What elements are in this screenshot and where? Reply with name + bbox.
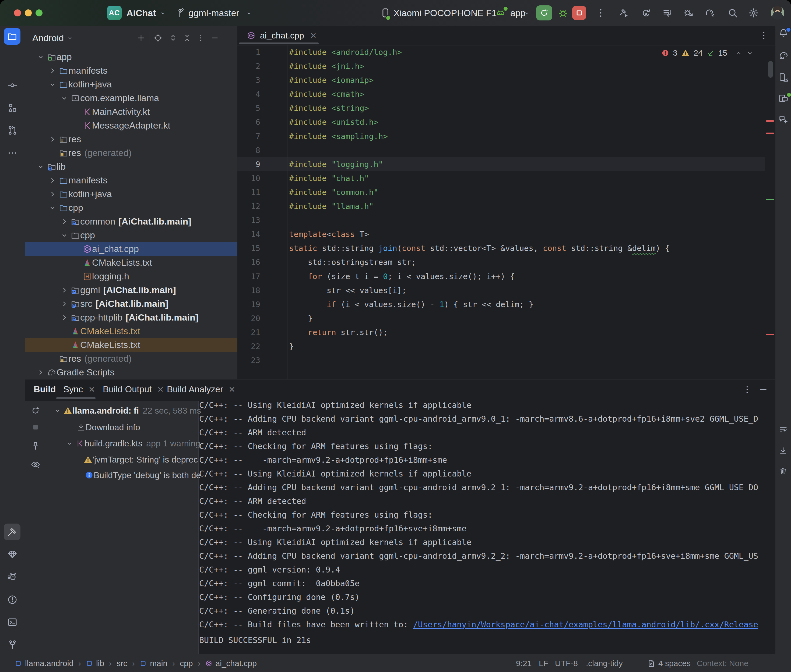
gradle-sync-button[interactable] xyxy=(704,8,716,18)
sidebar-item-pull-requests[interactable] xyxy=(7,125,18,136)
breadcrumb-item-ai-chat-cpp[interactable]: ai_chat.cpp xyxy=(205,659,257,668)
tree-item-cmakelists-txt[interactable]: CMakeLists.txt xyxy=(25,324,237,338)
project-options-button[interactable] xyxy=(196,34,205,43)
breadcrumb[interactable]: llama.android›lib›src›main›cpp›ai_chat.c… xyxy=(15,659,257,668)
tree-item-com-example-llama[interactable]: com.example.llama xyxy=(25,91,237,105)
tree-item-gradle-scripts[interactable]: Gradle Scripts xyxy=(25,365,237,379)
tree-item-ai-chat-cpp[interactable]: ai_chat.cpp xyxy=(25,242,237,256)
chevron-right-icon[interactable] xyxy=(46,190,59,199)
chevron-right-icon[interactable] xyxy=(58,286,71,295)
sidebar-item-gradle[interactable] xyxy=(778,50,789,61)
editor-scrollbar[interactable] xyxy=(768,61,773,78)
tree-item-kotlin-java[interactable]: kotlin+java xyxy=(25,77,237,91)
chevron-right-icon[interactable] xyxy=(58,299,71,309)
sidebar-item-gemini[interactable] xyxy=(778,114,789,125)
chevron-down-icon[interactable] xyxy=(58,94,71,103)
sidebar-item-version-control[interactable] xyxy=(7,640,18,650)
sidebar-item-problems[interactable] xyxy=(7,594,18,605)
collapse-all-button[interactable] xyxy=(183,34,192,43)
prev-problem-icon[interactable] xyxy=(735,49,742,57)
tree-item-messageadapter-kt[interactable]: MessageAdapter.kt xyxy=(25,118,237,132)
chevron-right-icon[interactable] xyxy=(34,368,47,377)
build-options-button[interactable] xyxy=(742,385,752,395)
console-clear-button[interactable] xyxy=(779,467,788,476)
tree-item-manifests[interactable]: manifests xyxy=(25,64,237,77)
tab-build-analyzer[interactable]: Build Analyzer ✕ xyxy=(167,379,235,399)
settings-button[interactable] xyxy=(748,8,759,18)
tree-item-cpp[interactable]: cpp xyxy=(25,228,237,242)
debug-button[interactable] xyxy=(558,8,568,18)
search-everywhere-button[interactable] xyxy=(727,8,738,18)
encoding-indicator[interactable]: UTF-8 xyxy=(555,659,578,668)
build-console[interactable]: C/C++: -- Using KleidiAI optimized kerne… xyxy=(199,401,775,654)
breadcrumb-item-main[interactable]: main xyxy=(140,659,167,668)
breadcrumb-item-src[interactable]: src xyxy=(117,659,127,668)
user-avatar[interactable] xyxy=(771,6,784,20)
tree-item-mainactivity-kt[interactable]: MainActivity.kt xyxy=(25,105,237,118)
project-view-selector[interactable]: Android xyxy=(32,26,74,50)
tree-item-res[interactable]: res xyxy=(25,132,237,146)
chevron-down-icon[interactable] xyxy=(34,162,47,171)
close-window-button[interactable] xyxy=(14,10,21,16)
branch-selector[interactable]: ggml-master xyxy=(188,0,239,26)
caret-position[interactable]: 9:21 xyxy=(516,659,531,668)
tree-item-manifests[interactable]: manifests xyxy=(25,173,237,187)
editor-options-button[interactable] xyxy=(759,30,769,40)
build-tree-item-0[interactable]: llama.android: fi22 sec, 583 ms xyxy=(25,404,225,418)
error-stripe-mark[interactable] xyxy=(766,334,774,335)
build-analyzer-button[interactable] xyxy=(662,8,673,18)
chevron-down-icon[interactable] xyxy=(34,53,47,62)
error-stripe-mark[interactable] xyxy=(766,120,774,122)
chevron-down-icon[interactable] xyxy=(58,231,71,240)
console-scroll-end-button[interactable] xyxy=(779,446,788,455)
sidebar-item-more-tools[interactable] xyxy=(7,148,18,158)
console-soft-wrap-button[interactable] xyxy=(779,425,788,434)
close-tab-icon[interactable]: ✕ xyxy=(157,385,164,394)
build-window-title[interactable]: Build xyxy=(34,379,56,399)
tree-item-lib[interactable]: lib xyxy=(25,160,237,173)
build-run-button[interactable] xyxy=(618,8,629,18)
close-tab-icon[interactable]: ✕ xyxy=(310,31,317,40)
code-editor[interactable]: #include <android/log.h>#include <jni.h>… xyxy=(287,45,734,379)
tree-item-cmakelists-txt[interactable]: CMakeLists.txt xyxy=(25,256,237,269)
chevron-right-icon[interactable] xyxy=(46,135,59,144)
hide-build-panel-button[interactable] xyxy=(759,385,768,395)
close-tab-icon[interactable]: ✕ xyxy=(228,385,235,394)
tree-item-cpp-httplib[interactable]: cpp-httplib[AiChat.lib.main] xyxy=(25,310,237,324)
expand-all-button[interactable] xyxy=(168,34,178,43)
attach-debugger-button[interactable] xyxy=(683,8,694,18)
editor-gutter[interactable]: 1234567891011121314151617181920212223 xyxy=(237,45,287,379)
minimize-window-button[interactable] xyxy=(25,10,32,16)
tree-item-common[interactable]: common[AiChat.lib.main] xyxy=(25,214,237,228)
chevron-right-icon[interactable] xyxy=(46,66,59,75)
tree-item-res[interactable]: res(generated) xyxy=(25,352,237,365)
console-file-link[interactable]: /Users/hanyin/Workspace/ai-chat/examples… xyxy=(413,620,758,629)
sidebar-item-logcat[interactable] xyxy=(7,572,18,582)
breadcrumb-item-lib[interactable]: lib xyxy=(86,659,104,668)
stop-button[interactable] xyxy=(572,6,586,20)
tree-item-kotlin-java[interactable]: kotlin+java xyxy=(25,187,237,201)
sidebar-item-build[interactable] xyxy=(4,523,21,540)
tree-item-app[interactable]: app xyxy=(25,50,237,64)
tree-item-res[interactable]: res(generated) xyxy=(25,146,237,160)
chevron-down-icon[interactable] xyxy=(64,439,75,448)
project-selector[interactable]: AiChat xyxy=(127,0,156,26)
tree-item-src[interactable]: src[AiChat.lib.main] xyxy=(25,297,237,310)
add-button[interactable] xyxy=(136,34,146,43)
tab-sync[interactable]: Sync ✕ xyxy=(63,379,95,399)
chevron-down-icon[interactable] xyxy=(52,406,63,415)
chevron-down-icon[interactable] xyxy=(46,80,59,89)
sidebar-item-project[interactable] xyxy=(4,28,21,45)
device-selector[interactable]: Xiaomi POCOPHONE F1 xyxy=(393,0,497,26)
error-stripe-mark[interactable] xyxy=(766,133,774,134)
tab-build-output[interactable]: Build Output ✕ xyxy=(103,379,164,399)
sidebar-item-terminal[interactable] xyxy=(7,617,18,628)
tree-item-logging-h[interactable]: logging.h xyxy=(25,269,237,283)
sidebar-item-structure[interactable] xyxy=(7,102,18,113)
success-stripe-mark[interactable] xyxy=(766,199,774,200)
indent-indicator[interactable]: 4 spaces xyxy=(647,659,691,668)
context-indicator[interactable]: Context: None xyxy=(697,659,748,668)
breadcrumb-item-cpp[interactable]: cpp xyxy=(180,659,193,668)
chevron-down-icon[interactable] xyxy=(46,203,59,213)
sidebar-item-commit[interactable] xyxy=(7,80,18,91)
